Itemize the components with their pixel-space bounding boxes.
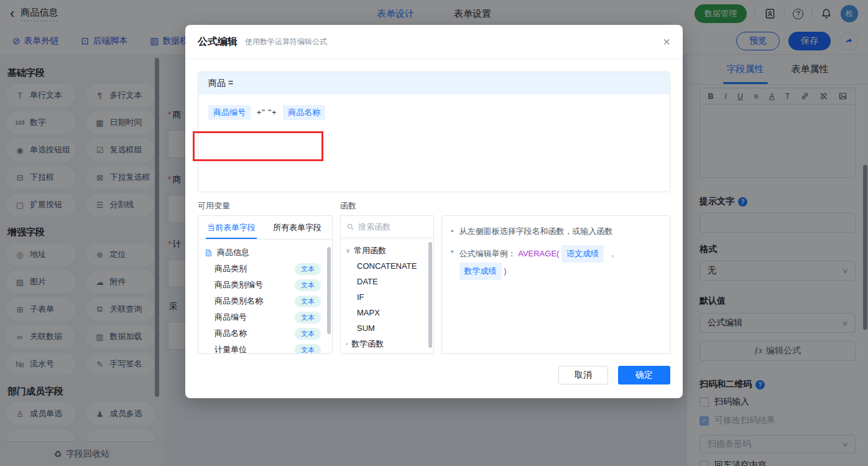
caret-right-icon: ›: [346, 340, 348, 347]
field-tag-product-name[interactable]: 商品名称: [283, 105, 325, 120]
functions-section-label: 函数: [340, 200, 356, 212]
tree-folder-row[interactable]: 商品信息: [205, 245, 332, 261]
type-badge: 文本: [295, 344, 321, 355]
modal-section-labels: 可用变量 函数: [198, 200, 670, 212]
form-designer-app: ‹ 商品信息 表单设计 表单设置 数据管理 ? 检 ⊘ 表单外链 ⊡: [0, 0, 868, 466]
type-badge: 文本: [295, 328, 321, 340]
close-icon[interactable]: ×: [663, 35, 670, 48]
variables-panel: 当前表单字段 所有表单字段 商品信息 商品类别文本 商品类别编号文本 商品类别名…: [198, 215, 333, 354]
example-prefix: 公式编辑举例：: [459, 249, 516, 258]
search-icon: [347, 223, 354, 231]
modal-body: 商品 = 商品编号 +" "+ 商品名称 可用变量 函数 当前表单字段 所有表单…: [185, 59, 683, 398]
cancel-button[interactable]: 取消: [558, 366, 608, 384]
formula-target: 商品 =: [198, 72, 670, 95]
formula-help-panel: • 从左侧面板选择字段名和函数，或输入函数 • 公式编辑举例： AVERAGE(…: [441, 215, 670, 354]
modal-title: 公式编辑: [198, 35, 238, 49]
variable-row[interactable]: 计量单位文本: [205, 342, 332, 354]
folder-label: 商品信息: [217, 247, 249, 258]
type-badge: 文本: [295, 312, 321, 324]
variable-row[interactable]: 商品类别文本: [205, 261, 332, 277]
field-tag-product-number[interactable]: 商品编号: [208, 105, 251, 120]
formula-editor-modal: 公式编辑 使用数学运算符编辑公式 × 商品 = 商品编号 +" "+ 商品名称 …: [185, 25, 683, 398]
tab-all-form-fields[interactable]: 所有表单字段: [264, 216, 330, 239]
variable-row[interactable]: 商品编号文本: [205, 309, 332, 325]
example-function-open: AVERAGE(: [518, 249, 559, 258]
function-search[interactable]: [341, 216, 433, 238]
example-comma: ，: [609, 249, 617, 258]
variable-row[interactable]: 商品名称文本: [205, 325, 332, 342]
type-badge: 文本: [295, 263, 321, 275]
functions-panel: ∨ 常用函数 CONCATENATE DATE IF MAPX SUM › 数学…: [340, 215, 434, 354]
modal-footer: 取消 确定: [558, 366, 670, 384]
confirm-button[interactable]: 确定: [618, 366, 670, 384]
caret-down-icon: ∨: [346, 247, 350, 254]
function-group-text[interactable]: › 文本函数: [346, 352, 433, 354]
variables-tabs: 当前表单字段 所有表单字段: [198, 216, 332, 240]
type-badge: 文本: [295, 279, 321, 291]
function-group-math[interactable]: › 数学函数: [346, 336, 433, 352]
formula-operator: +" "+: [257, 108, 277, 117]
example-field-tag: 数学成绩: [459, 263, 502, 280]
variables-section-label: 可用变量: [198, 200, 340, 212]
modal-subtitle: 使用数学运算符编辑公式: [245, 37, 327, 47]
help-line-1: • 从左侧面板选择字段名和函数，或输入函数: [451, 225, 661, 238]
variable-row[interactable]: 商品类别编号文本: [205, 277, 332, 293]
function-item[interactable]: DATE: [346, 274, 433, 289]
bullet-icon: •: [451, 225, 454, 238]
functions-scrollbar[interactable]: [428, 242, 432, 348]
tab-current-form-fields[interactable]: 当前表单字段: [198, 216, 264, 239]
variables-tree: 商品信息 商品类别文本 商品类别编号文本 商品类别名称文本 商品编号文本 商品名…: [198, 240, 332, 354]
example-function-close: ): [504, 266, 506, 276]
formula-editor-box: 商品 = 商品编号 +" "+ 商品名称: [198, 72, 670, 192]
document-icon: [205, 249, 213, 257]
function-group-common[interactable]: ∨ 常用函数: [346, 243, 433, 258]
variable-row[interactable]: 商品类别名称文本: [205, 293, 332, 309]
function-item[interactable]: MAPX: [346, 305, 433, 320]
function-item[interactable]: SUM: [346, 320, 433, 336]
bullet-icon: •: [451, 245, 454, 259]
function-item[interactable]: IF: [346, 289, 433, 305]
help-line-2: • 公式编辑举例： AVERAGE( 语文成绩 ， 数学成绩 ): [451, 245, 661, 280]
function-search-input[interactable]: [358, 222, 427, 231]
modal-columns: 当前表单字段 所有表单字段 商品信息 商品类别文本 商品类别编号文本 商品类别名…: [198, 215, 670, 354]
function-item[interactable]: CONCATENATE: [346, 258, 433, 274]
formula-input-area[interactable]: 商品编号 +" "+ 商品名称: [198, 95, 670, 192]
type-badge: 文本: [295, 296, 321, 307]
example-field-tag: 语文成绩: [561, 245, 604, 263]
modal-header: 公式编辑 使用数学运算符编辑公式 ×: [185, 25, 683, 59]
variables-scrollbar[interactable]: [327, 247, 331, 334]
functions-tree: ∨ 常用函数 CONCATENATE DATE IF MAPX SUM › 数学…: [341, 238, 433, 354]
